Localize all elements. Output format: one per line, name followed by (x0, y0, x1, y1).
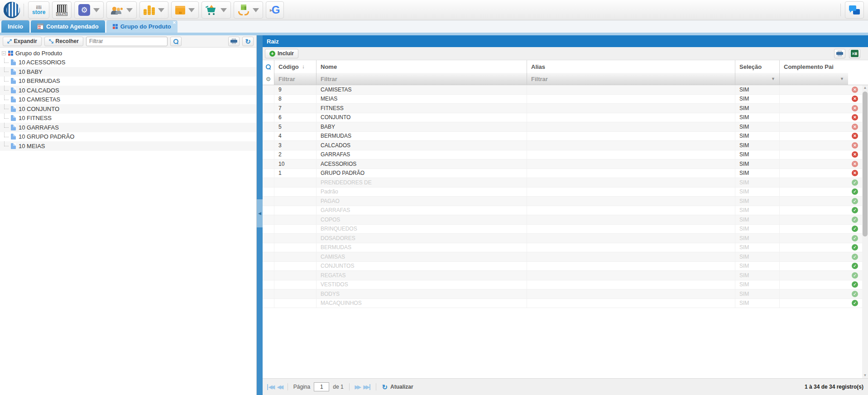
page-number-input[interactable] (314, 382, 329, 391)
tree-item[interactable]: 10 GARRAFAS (0, 123, 256, 132)
column-header-alias[interactable]: Alias (527, 60, 735, 73)
table-row[interactable]: 9 CAMISETAS SIM (263, 85, 868, 95)
filter-codigo[interactable]: Filtrar (274, 73, 316, 85)
column-header-codigo[interactable]: Código ↓ (274, 60, 316, 73)
check-icon[interactable] (852, 291, 858, 297)
first-page-button[interactable]: ◀◀ (267, 384, 273, 390)
vertical-scrollbar[interactable]: ▲ ▼ (862, 85, 868, 378)
products-menu-button[interactable] (234, 1, 263, 19)
tree-root-node[interactable]: − Grupo do Produto (0, 48, 256, 58)
app-logo-icon[interactable] (4, 2, 20, 18)
filter-selecao-dropdown[interactable]: ▼ (735, 73, 779, 85)
stock-menu-button[interactable] (171, 1, 199, 19)
table-row[interactable]: 1 GRUPO PADRÃO SIM (263, 169, 868, 178)
chevron-down-icon[interactable] (93, 8, 100, 12)
delete-icon[interactable] (852, 87, 858, 93)
grid-print-button[interactable] (834, 49, 845, 58)
table-row[interactable]: COPOS SIM (263, 215, 868, 225)
tree-item[interactable]: 10 FITNESS (0, 114, 256, 123)
tree-print-button[interactable] (228, 37, 240, 46)
filter-complemento-pai-dropdown[interactable]: ▼ (779, 73, 848, 85)
check-icon[interactable] (852, 300, 858, 306)
table-row[interactable]: REGATAS SIM (263, 271, 868, 280)
table-row[interactable]: BERMUDAS SIM (263, 243, 868, 253)
chevron-down-icon[interactable] (158, 8, 164, 12)
tree-filter-input[interactable] (86, 37, 168, 46)
delete-icon[interactable] (852, 142, 858, 149)
delete-icon[interactable] (852, 96, 858, 102)
tree-item[interactable]: 10 BERMUDAS (0, 77, 256, 86)
tree-item[interactable]: 10 BABY (0, 67, 256, 77)
delete-icon[interactable] (852, 161, 858, 167)
table-row[interactable]: VESTIDOS SIM (263, 280, 868, 290)
check-icon[interactable] (852, 188, 858, 195)
check-icon[interactable] (852, 254, 858, 260)
delete-icon[interactable] (852, 133, 858, 139)
grid-search-gutter[interactable] (263, 64, 274, 69)
table-row[interactable]: Padrão SIM (263, 188, 868, 197)
check-icon[interactable] (852, 244, 858, 250)
export-excel-button[interactable]: X≣ (849, 49, 860, 58)
check-icon[interactable] (852, 263, 858, 269)
incluir-button[interactable]: + Incluir (265, 49, 298, 58)
table-row[interactable]: CONJUNTOS SIM (263, 262, 868, 271)
check-icon[interactable] (852, 179, 858, 186)
scrollbar-thumb[interactable] (863, 92, 868, 236)
filter-alias[interactable]: Filtrar (527, 73, 735, 85)
collapse-toggle-icon[interactable]: − (2, 51, 6, 55)
table-row[interactable]: 3 CALCADOS SIM (263, 141, 868, 150)
column-header-selecao[interactable]: Seleção (735, 60, 779, 73)
finance-menu-button[interactable] (139, 1, 168, 19)
delete-icon[interactable] (852, 114, 858, 120)
close-icon[interactable]: ✕ (173, 21, 176, 25)
boleto-button[interactable]: BOLETO (52, 1, 72, 19)
expand-button[interactable]: ⤢ Expandir (3, 37, 42, 46)
table-row[interactable]: GARRAFAS SIM (263, 206, 868, 216)
table-row[interactable]: 4 BERMUDAS SIM (263, 132, 868, 141)
tab-inicio[interactable]: Início (1, 20, 29, 33)
table-row[interactable]: DOSADORES SIM (263, 234, 868, 243)
last-page-button[interactable]: ▶▶ (364, 384, 371, 390)
next-page-button[interactable]: ▶▶ (355, 384, 360, 390)
table-row[interactable]: PRENDEDORES DE SIM (263, 178, 868, 188)
illi-store-button[interactable]: illi store (28, 1, 49, 19)
chevron-down-icon[interactable] (253, 8, 259, 12)
check-icon[interactable] (852, 235, 858, 241)
grid-settings-gutter[interactable]: ⚙ (263, 73, 274, 85)
tree-item[interactable]: 10 ACESSORIOS (0, 58, 256, 67)
collapse-panel-handle[interactable]: ◀ (257, 199, 263, 227)
table-row[interactable]: BRINQUEDOS SIM (263, 225, 868, 234)
table-row[interactable]: BODYS SIM (263, 289, 868, 299)
table-row[interactable]: PAGAO SIM (263, 197, 868, 206)
check-icon[interactable] (852, 207, 858, 213)
column-header-nome[interactable]: Nome (316, 60, 527, 73)
check-icon[interactable] (852, 226, 858, 232)
scroll-up-icon[interactable]: ▲ (862, 85, 868, 91)
settings-menu-button[interactable]: ⚙ (74, 1, 104, 19)
scroll-down-icon[interactable]: ▼ (862, 373, 868, 378)
panel-splitter[interactable]: ◀ (257, 35, 263, 395)
tree-refresh-button[interactable]: ↻ (242, 37, 254, 46)
table-row[interactable]: 6 CONJUNTO SIM (263, 113, 868, 123)
table-row[interactable]: MACAQUINHOS SIM (263, 299, 868, 308)
table-row[interactable]: 10 ACESSORIOS SIM (263, 159, 868, 169)
tree-search-button[interactable] (170, 37, 182, 46)
table-row[interactable]: 5 BABY SIM (263, 122, 868, 132)
check-icon[interactable] (852, 217, 858, 223)
table-row[interactable]: 7 FITNESS SIM (263, 104, 868, 113)
table-row[interactable]: 8 MEIAS SIM (263, 95, 868, 104)
check-icon[interactable] (852, 281, 858, 288)
table-row[interactable]: 2 GARRAFAS SIM (263, 150, 868, 160)
sales-menu-button[interactable] (201, 1, 231, 19)
check-icon[interactable] (852, 272, 858, 279)
delete-icon[interactable] (852, 170, 858, 176)
collapse-button[interactable]: ⤡ Recolher (44, 37, 83, 46)
chevron-down-icon[interactable] (126, 8, 133, 12)
tree-item[interactable]: 10 CALCADOS (0, 86, 256, 95)
tree-item[interactable]: 10 CAMISETAS (0, 95, 256, 105)
prev-page-button[interactable]: ◀◀ (277, 384, 282, 390)
tree-item[interactable]: 10 MEIAS (0, 141, 256, 151)
filter-nome[interactable]: Filtrar (316, 73, 527, 85)
tab-grupo-do-produto[interactable]: Grupo do Produto ✕ (106, 20, 177, 33)
delete-icon[interactable] (852, 151, 858, 158)
